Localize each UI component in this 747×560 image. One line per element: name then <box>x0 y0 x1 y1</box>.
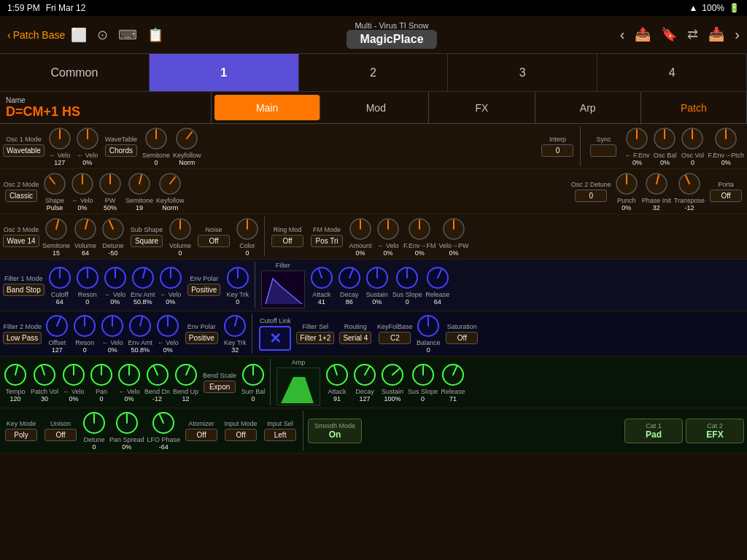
amp-sustain-knob[interactable]: Sustain100% <box>380 362 405 402</box>
prev-patch-button[interactable]: ‹ <box>620 26 625 43</box>
inputsel-value[interactable]: Left <box>264 429 296 441</box>
share-icon[interactable]: 📤 <box>635 26 651 43</box>
filter1-keytrk-knob[interactable]: Key Trk0 <box>225 265 250 306</box>
filter2-offset-knob[interactable]: Offset127 <box>44 314 69 354</box>
osc1-sync-value[interactable] <box>590 144 616 157</box>
osc3-mode-value[interactable]: Wave 14 <box>3 235 39 247</box>
tab-1[interactable]: 1 <box>150 54 299 91</box>
osc3-velopw-knob[interactable]: Velo→PW0% <box>439 217 469 257</box>
copy-icon[interactable]: 📋 <box>147 27 163 43</box>
filter2-velo-knob[interactable]: ← Velo0% <box>100 314 125 354</box>
lfophase-knob[interactable]: LFO Phase-64 <box>147 411 181 451</box>
osc2-phaseinit-knob[interactable]: Phase Init32 <box>642 171 671 211</box>
osc1-index-knob[interactable]: ← Velo127 <box>47 126 72 166</box>
osc3-color-knob[interactable]: Color0 <box>235 217 260 257</box>
osc3-ringmod-value[interactable]: Off <box>271 235 303 247</box>
keyboard-icon[interactable]: ⌨ <box>118 27 137 43</box>
cutoff-link-button[interactable]: ✕ <box>259 326 291 351</box>
tab-mod[interactable]: Mod <box>323 92 429 123</box>
osc2-punch-knob[interactable]: Punch0% <box>614 171 639 211</box>
inputmode-value[interactable]: Off <box>225 429 257 441</box>
patch-name-value[interactable]: D=CM+1 HS <box>6 104 205 120</box>
filter1-envpolar-value[interactable]: Positive <box>187 284 220 296</box>
filter2-balance-knob[interactable]: Balance0 <box>416 314 441 354</box>
amp-decay-knob[interactable]: Decay127 <box>352 362 377 402</box>
cat1-button[interactable]: Cat 1 Pad <box>624 419 683 443</box>
osc1-oscbal-knob[interactable]: Osc Bal0% <box>652 126 677 166</box>
osc3-fenvfm-knob[interactable]: F.Env→FM0% <box>403 217 436 257</box>
osc2-detune-value[interactable]: 0 <box>575 190 607 202</box>
osc1-wavetable-value[interactable]: Chords <box>105 144 137 157</box>
common-bendscale-value[interactable]: Expon <box>204 381 236 393</box>
osc3-fmmode-value[interactable]: Pos Tri <box>311 235 343 247</box>
tab-fx[interactable]: FX <box>429 92 535 123</box>
patch-name-display[interactable]: MagicPlace <box>347 30 436 49</box>
filter1-susslope-knob[interactable]: Sus Slope0 <box>392 265 422 306</box>
cat2-button[interactable]: Cat 2 EFX <box>686 419 744 443</box>
osc1-fenvptch-knob[interactable]: F.Env→Ptch0% <box>708 126 744 166</box>
filter1-velo2-knob[interactable]: ← Velo0% <box>158 265 183 306</box>
osc3-velo-knob[interactable]: ← Velo0% <box>376 217 400 257</box>
osc1-mode-value[interactable]: Wavetable <box>3 144 44 157</box>
osc2-keyfollow-knob[interactable]: KeyfollowNorm <box>156 171 185 211</box>
filter2-keyfolbase-value[interactable]: C2 <box>379 332 411 344</box>
tab-2[interactable]: 2 <box>299 54 449 91</box>
common-patchvol-knob[interactable]: Patch Vol30 <box>31 362 58 402</box>
tab-common[interactable]: Common <box>0 54 150 91</box>
compare-icon[interactable]: ⇄ <box>687 26 698 43</box>
osc3-amount-knob[interactable]: Amount0% <box>348 217 373 257</box>
detune-knob[interactable]: Detune0 <box>82 411 107 451</box>
tab-arp[interactable]: Arp <box>535 92 641 123</box>
filter1-mode-value[interactable]: Band Stop <box>3 284 44 296</box>
filter1-envamt-knob[interactable]: Env Amt50.8% <box>131 265 155 306</box>
amp-release-knob[interactable]: Release71 <box>441 362 465 402</box>
atomizer-value[interactable]: Off <box>185 429 217 441</box>
filter2-routing-value[interactable]: Serial 4 <box>339 332 371 344</box>
keymode-value[interactable]: Poly <box>5 429 37 441</box>
osc1-interp-value[interactable]: 0 <box>541 144 573 157</box>
osc3-volume-knob[interactable]: Volume64 <box>73 217 98 257</box>
filter1-decay-knob[interactable]: Decay86 <box>337 265 362 306</box>
osc2-mode-value[interactable]: Classic <box>5 190 37 202</box>
filter2-envpolar-value[interactable]: Positive <box>185 332 218 344</box>
dial-icon[interactable]: ⊙ <box>97 27 108 43</box>
common-surrbal-knob[interactable]: Surr Bal0 <box>241 362 266 402</box>
osc3-semitone-knob[interactable]: Semitone15 <box>42 217 70 257</box>
filter2-saturation-value[interactable]: Off <box>446 332 478 344</box>
osc2-shape-knob[interactable]: ShapePulse <box>42 171 67 211</box>
view-icon[interactable]: ⬜ <box>71 27 87 43</box>
tab-3[interactable]: 3 <box>448 54 597 91</box>
filter2-mode-value[interactable]: Low Pass <box>3 332 42 344</box>
common-bendup-knob[interactable]: Bend Up12 <box>173 362 198 402</box>
amp-attack-knob[interactable]: Attack91 <box>325 362 349 402</box>
common-velo2-knob[interactable]: ← Velo0% <box>117 362 142 402</box>
export-icon[interactable]: 📥 <box>708 26 724 43</box>
osc1-oscvol-knob[interactable]: Osc Vol0 <box>680 126 705 166</box>
tab-patch[interactable]: Patch <box>641 92 747 123</box>
osc2-velo-knob[interactable]: ← Velo0% <box>70 171 95 211</box>
osc2-semitone-knob[interactable]: Semitone19 <box>125 171 153 211</box>
osc1-semitone-knob[interactable]: Semitone0 <box>142 126 170 166</box>
back-button[interactable]: ‹ Patch Base <box>7 29 65 41</box>
tab-4[interactable]: 4 <box>597 54 747 91</box>
osc3-subshape-value[interactable]: Square <box>131 235 163 247</box>
common-velo-knob[interactable]: ← Velo0% <box>61 362 86 402</box>
osc1-velo-knob[interactable]: ← Velo0% <box>75 126 100 166</box>
filter1-reson-knob[interactable]: Reson0 <box>75 265 100 306</box>
next-patch-button[interactable]: › <box>735 26 740 43</box>
filter2-filtersel-value[interactable]: Filter 1+2 <box>296 332 334 344</box>
panspread-knob[interactable]: Pan Spread0% <box>109 411 144 451</box>
filter1-cutoff-knob[interactable]: Cutoff64 <box>47 265 72 306</box>
osc2-transpose-knob[interactable]: Transpose-12 <box>674 171 705 211</box>
osc2-pw-knob[interactable]: PW50% <box>98 171 123 211</box>
filter2-velo2-knob[interactable]: ← Velo0% <box>155 314 180 354</box>
filter2-reson-knob[interactable]: Reson0 <box>72 314 97 354</box>
osc3-detune-knob[interactable]: Detune-50 <box>101 217 125 257</box>
osc1-fenv-knob[interactable]: ← F.Env0% <box>624 126 649 166</box>
filter1-release-knob[interactable]: Release64 <box>425 265 450 306</box>
filter2-keytrk-knob[interactable]: Key Trk32 <box>222 314 247 354</box>
bookmark-icon[interactable]: 🔖 <box>661 26 677 43</box>
filter1-velo-knob[interactable]: ← Velo0% <box>103 265 128 306</box>
common-benddn-knob[interactable]: Bend Dn-12 <box>144 362 170 402</box>
osc3-subvol-knob[interactable]: Volume0 <box>168 217 193 257</box>
